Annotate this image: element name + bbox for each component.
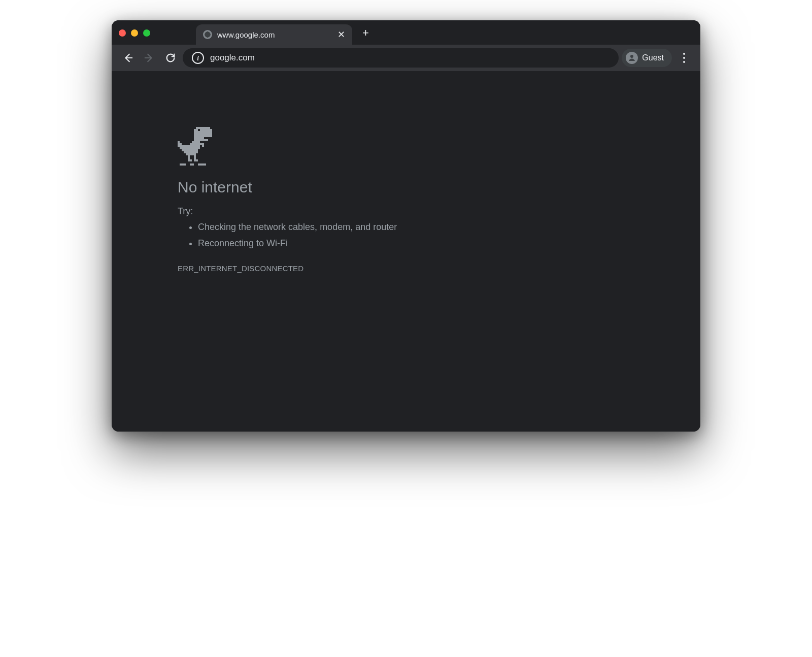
svg-rect-13 xyxy=(190,143,200,145)
svg-rect-21 xyxy=(188,155,190,159)
close-window-button[interactable] xyxy=(119,29,126,37)
maximize-window-button[interactable] xyxy=(143,29,150,37)
svg-rect-6 xyxy=(194,135,212,137)
svg-rect-5 xyxy=(194,133,212,135)
profile-button[interactable]: Guest xyxy=(622,49,672,67)
close-tab-button[interactable]: ✕ xyxy=(337,30,345,39)
error-box: No internet Try: Checking the network ca… xyxy=(178,127,502,273)
dino-icon[interactable] xyxy=(178,127,214,166)
new-tab-button[interactable]: + xyxy=(357,26,374,45)
error-heading: No internet xyxy=(178,179,502,196)
svg-rect-10 xyxy=(192,141,200,143)
svg-rect-19 xyxy=(200,143,204,145)
svg-rect-11 xyxy=(178,141,180,143)
svg-rect-9 xyxy=(198,129,200,131)
address-bar-text: google.com xyxy=(210,53,255,63)
svg-rect-7 xyxy=(194,137,204,139)
svg-rect-8 xyxy=(194,139,208,141)
minimize-window-button[interactable] xyxy=(131,29,138,37)
avatar-icon xyxy=(626,52,638,64)
svg-rect-2 xyxy=(196,127,210,129)
svg-rect-14 xyxy=(178,145,200,147)
browser-window: www.google.com ✕ + i google.com Guest xyxy=(112,20,700,432)
try-label: Try: xyxy=(178,206,502,217)
svg-rect-23 xyxy=(194,155,196,159)
reload-button[interactable] xyxy=(161,49,180,67)
svg-rect-24 xyxy=(194,159,198,161)
svg-rect-20 xyxy=(202,145,204,147)
tab-strip: www.google.com ✕ + xyxy=(112,20,700,45)
svg-rect-15 xyxy=(180,147,200,149)
toolbar: i google.com Guest xyxy=(112,45,700,71)
address-bar[interactable]: i google.com xyxy=(183,48,619,68)
svg-rect-16 xyxy=(182,149,198,151)
site-info-icon[interactable]: i xyxy=(192,52,204,64)
window-controls xyxy=(119,29,150,37)
suggestion-item: Reconnecting to Wi-Fi xyxy=(198,235,502,251)
svg-rect-22 xyxy=(188,159,192,161)
tab-title: www.google.com xyxy=(217,30,275,39)
suggestion-item: Checking the network cables, modem, and … xyxy=(198,219,502,235)
svg-rect-3 xyxy=(194,129,212,131)
suggestion-list: Checking the network cables, modem, and … xyxy=(178,219,502,252)
svg-rect-25 xyxy=(180,163,186,166)
svg-rect-17 xyxy=(184,151,198,153)
svg-rect-26 xyxy=(190,163,194,166)
page-content: No internet Try: Checking the network ca… xyxy=(112,71,700,432)
svg-rect-18 xyxy=(186,153,196,155)
forward-button[interactable] xyxy=(140,49,158,67)
error-code: ERR_INTERNET_DISCONNECTED xyxy=(178,264,502,273)
back-button[interactable] xyxy=(119,49,137,67)
profile-label: Guest xyxy=(642,53,664,62)
svg-rect-4 xyxy=(194,131,212,133)
tab[interactable]: www.google.com ✕ xyxy=(196,24,352,45)
globe-icon xyxy=(203,30,212,39)
svg-rect-27 xyxy=(198,163,206,166)
menu-button[interactable] xyxy=(675,49,693,67)
svg-point-1 xyxy=(630,55,633,58)
svg-rect-12 xyxy=(178,143,182,145)
